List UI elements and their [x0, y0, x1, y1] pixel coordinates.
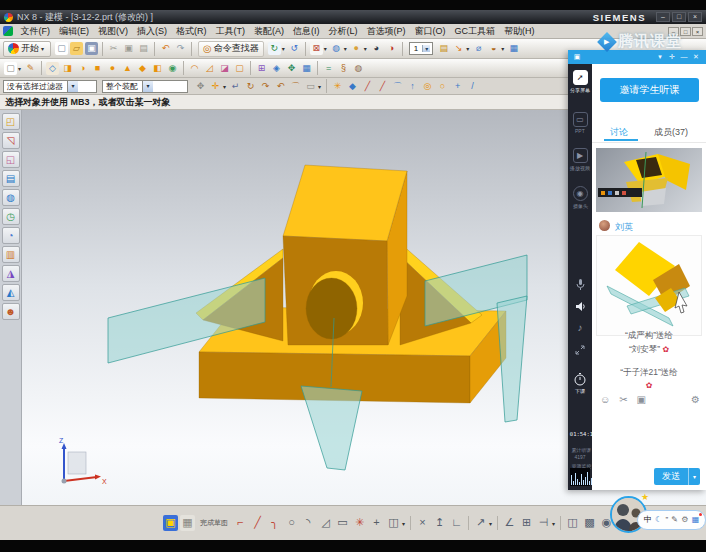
mid-point[interactable]: ╱	[361, 80, 374, 93]
material-assign[interactable]: ◍	[352, 62, 365, 75]
orbit-down[interactable]: ↶	[274, 80, 287, 93]
display-mode[interactable]: ◍	[330, 42, 343, 55]
menu-information[interactable]: 信息(I)	[289, 25, 325, 38]
panel-close-button[interactable]: ✕	[690, 50, 702, 64]
panel-collapse-icon[interactable]: ▾	[654, 50, 666, 64]
doc-close-button[interactable]: ×	[692, 27, 703, 36]
start-button[interactable]: 开始 ▾	[3, 41, 51, 57]
add-component[interactable]: ⊞	[255, 62, 268, 75]
control-point[interactable]: ╱	[376, 80, 389, 93]
tab-members[interactable]: 成员(37)	[654, 126, 688, 139]
send-button[interactable]: 发送 ▾	[654, 468, 700, 485]
menu-edit[interactable]: 编辑(E)	[55, 25, 94, 38]
microphone-button[interactable]	[568, 278, 592, 291]
menu-assemblies[interactable]: 装配(A)	[250, 25, 289, 38]
rapid-dimension[interactable]: ↗	[473, 515, 488, 531]
point[interactable]: +	[369, 515, 384, 531]
menu-help[interactable]: 帮助(H)	[500, 25, 540, 38]
datum-plane-front[interactable]	[301, 386, 362, 470]
expand-button[interactable]	[568, 344, 592, 356]
pattern-feature[interactable]: ▦	[300, 62, 313, 75]
menu-format[interactable]: 格式(R)	[172, 25, 212, 38]
close-part-dropdown[interactable]: ▾	[324, 45, 327, 52]
pattern-curve[interactable]: ▩	[582, 515, 597, 531]
menu-view[interactable]: 视图(V)	[94, 25, 133, 38]
open-file[interactable]: ▱	[70, 42, 83, 55]
menu-window[interactable]: 窗口(O)	[410, 25, 450, 38]
auto-constrain[interactable]: ⊞	[519, 515, 534, 531]
offset-curve-dropdown[interactable]: ▾	[402, 520, 405, 527]
selection-scope-caret-icon[interactable]: ▾	[142, 81, 153, 92]
close-button[interactable]: ×	[688, 12, 702, 22]
groups[interactable]: ☻	[2, 303, 20, 320]
information-book[interactable]: ▤	[437, 42, 450, 55]
trim-body[interactable]: ◪	[218, 62, 231, 75]
enter-selection[interactable]: ↵	[229, 80, 242, 93]
hole[interactable]: ◉	[166, 62, 179, 75]
assembly-constraints[interactable]: ◈	[270, 62, 283, 75]
selection-scope-dropdown[interactable]: 整个装配 ▾	[102, 80, 188, 93]
show-hide[interactable]: ◒	[487, 42, 500, 55]
circle-point[interactable]: ○	[436, 80, 449, 93]
layer-control[interactable]: 1 ▾	[409, 42, 433, 55]
ime-settings-icon[interactable]: ⚙	[681, 511, 688, 529]
sketch-grid[interactable]: ▦	[180, 515, 195, 531]
emoji-icon[interactable]: ☺	[600, 394, 610, 405]
selection-filter-dropdown[interactable]: 没有选择过滤器 ▾	[3, 80, 97, 93]
new-file[interactable]: ▢	[55, 42, 68, 55]
mirror-curve[interactable]: ◫	[565, 515, 580, 531]
shaded-view-dropdown[interactable]: ▾	[364, 45, 367, 52]
send-button-label[interactable]: 发送	[654, 468, 688, 485]
fillet[interactable]: ◝	[301, 515, 316, 531]
send-dropdown-icon[interactable]: ▾	[688, 468, 700, 485]
process-studio[interactable]: ▥	[2, 246, 20, 263]
orbit-up[interactable]: ↷	[259, 80, 272, 93]
copy[interactable]: ▣	[122, 42, 135, 55]
paste[interactable]: ▤	[137, 42, 150, 55]
extract-geometry-dropdown[interactable]: ▾	[466, 45, 469, 52]
quick-extend[interactable]: ↥	[432, 515, 447, 531]
part-navigator[interactable]: ◱	[2, 151, 20, 168]
display-mode-dropdown[interactable]: ▾	[344, 45, 347, 52]
quadrant-point[interactable]: ↑	[406, 80, 419, 93]
menu-gc-toolbox[interactable]: GC工具箱	[450, 25, 500, 38]
line[interactable]: ╱	[250, 515, 265, 531]
undo[interactable]: ↶	[159, 42, 172, 55]
chat-image-thumbnail[interactable]	[596, 235, 702, 336]
sidebar-item-share-screen[interactable]: ➚ 分享屏幕	[568, 70, 592, 96]
offset-curve[interactable]: ◫	[386, 515, 401, 531]
arc-center[interactable]: ⌒	[391, 80, 404, 93]
quick-trim[interactable]: ×	[415, 515, 430, 531]
music-button[interactable]: ♪	[568, 322, 592, 333]
helix[interactable]: §	[337, 62, 350, 75]
show-hide-dropdown[interactable]: ▾	[501, 45, 504, 52]
subtract[interactable]: ◧	[151, 62, 164, 75]
hole[interactable]	[306, 278, 357, 339]
screen-refresh[interactable]: ↻	[268, 42, 281, 55]
menu-file[interactable]: 文件(F)	[16, 25, 55, 38]
speaker-button[interactable]	[568, 300, 592, 313]
screen-refresh-dropdown[interactable]: ▾	[282, 45, 285, 52]
command-finder-button[interactable]: ◎ 命令查找器	[198, 41, 264, 57]
cut[interactable]: ✂	[107, 42, 120, 55]
unite[interactable]: ◆	[136, 62, 149, 75]
ime-mode-chinese[interactable]: 中	[644, 511, 652, 529]
shared-video-thumbnail[interactable]	[596, 148, 702, 212]
geometric-constraints[interactable]: ∠	[502, 515, 517, 531]
profile[interactable]: ⌐	[233, 515, 248, 531]
cylinder[interactable]: ●	[106, 62, 119, 75]
true-shading[interactable]: ◕	[370, 42, 383, 55]
extract-geometry[interactable]: ↘	[452, 42, 465, 55]
snap-point[interactable]: ✛	[209, 80, 222, 93]
rectangle-select[interactable]: ▭	[304, 80, 317, 93]
lasso[interactable]: ⌒	[289, 80, 302, 93]
settings-gear-icon[interactable]: ⚙	[691, 394, 700, 405]
appearance[interactable]: ◑	[385, 42, 398, 55]
chamfer[interactable]: ◿	[203, 62, 216, 75]
minimize-button[interactable]: –	[656, 12, 670, 22]
classroom-title-bar[interactable]: ▣ ▾✛—✕	[568, 50, 706, 64]
invite-students-button[interactable]: 邀请学生听课	[600, 78, 699, 102]
menu-tools[interactable]: 工具(T)	[211, 25, 250, 38]
edge-blend[interactable]: ◠	[188, 62, 201, 75]
rectangle-select-dropdown[interactable]: ▾	[318, 83, 321, 90]
